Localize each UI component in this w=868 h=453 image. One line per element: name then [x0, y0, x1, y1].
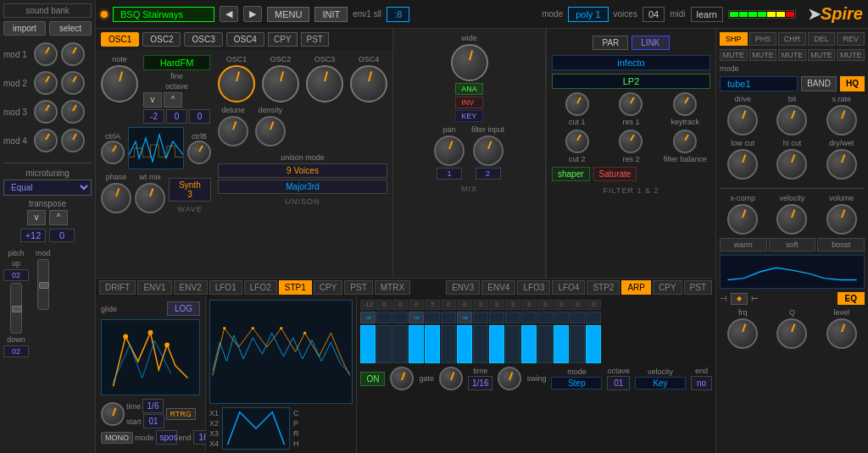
rtrg-btn[interactable]: RTRG: [166, 408, 196, 420]
step-btn-7[interactable]: [457, 325, 472, 363]
x3[interactable]: X3: [209, 429, 219, 438]
midi-value[interactable]: learn: [691, 7, 723, 22]
menu-button[interactable]: MENU: [267, 7, 309, 22]
step-btn-4[interactable]: [409, 325, 424, 363]
keytrack-knob[interactable]: [673, 92, 697, 116]
x1[interactable]: X1: [209, 409, 219, 417]
drywet-knob[interactable]: [826, 149, 857, 180]
arp-tab[interactable]: ARP: [621, 280, 651, 295]
drive-knob[interactable]: [727, 105, 758, 135]
wtmix-knob[interactable]: [135, 183, 165, 213]
step-arrow-8[interactable]: [473, 312, 488, 323]
step-arrow-11[interactable]: [521, 312, 537, 323]
warm-btn[interactable]: warm: [720, 238, 767, 251]
mute-btn-1[interactable]: MUTE: [720, 49, 748, 61]
step-btn-13[interactable]: [554, 325, 569, 363]
step-arrow-3[interactable]: [392, 312, 408, 323]
mode-value[interactable]: spos: [156, 430, 177, 445]
glide-knob[interactable]: [101, 402, 125, 426]
step-arrow-7[interactable]: ⇒: [457, 312, 472, 323]
microtuning-dropdown[interactable]: Equal Just Meantone: [3, 180, 92, 196]
osc3-tab[interactable]: OSC3: [184, 32, 222, 47]
mod-slider[interactable]: [37, 259, 49, 310]
note-value-display[interactable]: HardFM: [143, 55, 210, 70]
boost-btn[interactable]: boost: [817, 238, 865, 251]
link-btn[interactable]: LINK: [632, 36, 669, 50]
step-btn-10[interactable]: [505, 325, 520, 363]
chord-value[interactable]: Major3rd: [218, 180, 387, 194]
chr-tab[interactable]: CHR: [778, 32, 806, 46]
volume-knob[interactable]: [826, 204, 857, 235]
step-btn-14[interactable]: [570, 325, 585, 363]
shaper-btn[interactable]: shaper: [552, 167, 590, 181]
pst-tab[interactable]: PST: [344, 280, 372, 295]
step-btn-11[interactable]: [521, 325, 537, 363]
mix-pan-knob[interactable]: [434, 135, 465, 166]
osc4-big-knob[interactable]: [350, 65, 387, 102]
import-button[interactable]: import: [3, 21, 46, 36]
mod1-knob[interactable]: [34, 42, 58, 66]
lfo3-tab[interactable]: LFO3: [517, 280, 550, 295]
step-arrow-2[interactable]: [376, 312, 392, 323]
filter-input-knob[interactable]: [473, 135, 504, 166]
mod2-knob2[interactable]: [61, 71, 85, 95]
lfo2-tab[interactable]: LFO2: [244, 280, 277, 295]
soft-btn[interactable]: soft: [769, 238, 816, 251]
phase-knob[interactable]: [101, 183, 131, 213]
saturate-btn[interactable]: Saturate: [593, 167, 637, 181]
stp1-tab[interactable]: STP1: [279, 280, 312, 295]
step-arrow-13[interactable]: [554, 312, 569, 323]
detune-knob[interactable]: [218, 116, 248, 146]
step-arrow-1[interactable]: ⇒: [360, 312, 376, 323]
next-preset-btn[interactable]: ▶: [243, 6, 262, 22]
octave-down-btn[interactable]: v: [143, 92, 162, 108]
band-btn[interactable]: BAND: [801, 76, 837, 91]
time-value[interactable]: 1/6: [142, 399, 164, 413]
eq-diamond-btn[interactable]: ◆: [731, 293, 748, 305]
osc2-tab[interactable]: OSC2: [142, 32, 181, 47]
wide-knob[interactable]: [451, 44, 488, 81]
pst2-tab[interactable]: PST: [684, 280, 712, 295]
step-btn-2[interactable]: [376, 325, 392, 363]
density-knob[interactable]: [255, 116, 286, 146]
mod3-knob[interactable]: [34, 100, 58, 124]
transpose-down-btn[interactable]: v: [27, 210, 46, 225]
transpose-up-btn[interactable]: ^: [49, 210, 68, 225]
prev-preset-btn[interactable]: ◀: [220, 6, 238, 22]
seq-gate-knob[interactable]: [390, 367, 414, 390]
lowcut-knob[interactable]: [727, 149, 758, 180]
seq-swing-knob[interactable]: [498, 367, 521, 390]
env4-tab[interactable]: ENV4: [481, 280, 515, 295]
step-btn-9[interactable]: [489, 325, 504, 363]
env1-tab[interactable]: ENV1: [137, 280, 171, 295]
x4[interactable]: X4: [209, 439, 219, 448]
srate-knob[interactable]: [826, 105, 857, 135]
lfo4-tab[interactable]: LFO4: [552, 280, 585, 295]
osc1-big-knob[interactable]: [218, 65, 255, 102]
osc-pst-btn[interactable]: PST: [301, 32, 329, 47]
step-btn-3[interactable]: [392, 325, 408, 363]
cpy2-tab[interactable]: CPY: [653, 280, 682, 295]
rev-tab[interactable]: REV: [837, 32, 865, 46]
mod1-knob2[interactable]: [61, 42, 85, 66]
step-arrow-14[interactable]: [570, 312, 585, 323]
seq-time-knob[interactable]: [439, 367, 463, 390]
inv-btn[interactable]: INV: [455, 97, 483, 108]
env3-tab[interactable]: ENV3: [446, 280, 480, 295]
step-arrow-12[interactable]: [537, 312, 553, 323]
lfo1-tab[interactable]: LFO1: [209, 280, 242, 295]
mod4-knob[interactable]: [34, 129, 58, 152]
filter1-display[interactable]: infecto: [552, 55, 710, 70]
voices-value[interactable]: 04: [643, 7, 665, 22]
level-knob[interactable]: [826, 318, 857, 349]
step-arrow-6[interactable]: [441, 312, 456, 323]
mod4-knob2[interactable]: [61, 129, 85, 152]
cpy-tab[interactable]: CPY: [314, 280, 343, 295]
env2-tab[interactable]: ENV2: [174, 280, 208, 295]
drift-tab[interactable]: DRIFT: [99, 280, 136, 295]
octave-up-btn[interactable]: ^: [164, 92, 182, 108]
hicut-knob[interactable]: [776, 149, 807, 180]
osc3-big-knob[interactable]: [306, 65, 343, 102]
osc1-tab[interactable]: OSC1: [101, 32, 139, 47]
bit-knob[interactable]: [776, 105, 807, 135]
